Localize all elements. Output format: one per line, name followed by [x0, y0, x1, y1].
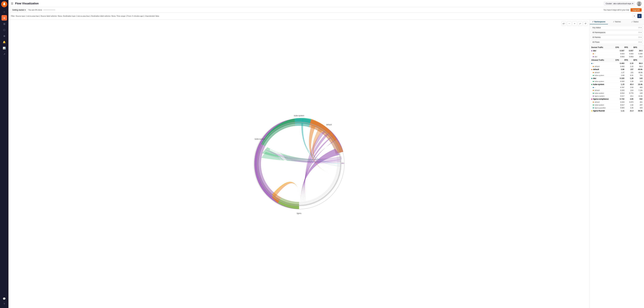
progress-bar-container: You are 0% done [28, 9, 56, 11]
sidebar-item-chat[interactable]: 💬 [2, 296, 7, 301]
filter-text: Filter: Source type: [ net,ns,wep,hep ],… [11, 15, 631, 17]
clear-icon[interactable]: ✕ [638, 31, 640, 33]
filter-close-button[interactable]: ✕ [637, 14, 642, 18]
allowed-kube-c2-label: kube-system [593, 80, 615, 82]
clear-icon[interactable]: ✕ [638, 26, 640, 29]
sidebar-item-flow[interactable]: ◈ [2, 15, 7, 20]
viz-toolbar: 🏷 − + ⤢ ↺ [562, 21, 588, 26]
sidebar-item-trends[interactable]: ↗ [2, 51, 7, 57]
denied-row-dash[interactable]: - 0.003 0.003 0.280 [590, 52, 644, 55]
allowed-row-default-c2[interactable]: default 1.27 231 48.8k [590, 71, 644, 74]
allowed-row-kube[interactable]: kube-system 1.15 40.4 18.4k [590, 83, 644, 86]
chevron-down-icon: ▾ [632, 2, 633, 5]
dot-icon [591, 110, 592, 111]
sidebar-item-stats[interactable]: 📊 [2, 45, 7, 51]
allowed-default-label: default [591, 68, 615, 70]
user-avatar[interactable] [637, 1, 642, 6]
main-content: ☰ Flow Visualization Cluster: aks-calico… [8, 0, 644, 308]
sidebar-item-network[interactable]: ⬡ [2, 27, 7, 33]
fit-button[interactable]: ⤢ [578, 21, 582, 26]
allowed-row-default-c4[interactable]: default 0.043 0.870 261 [590, 101, 644, 104]
allowed-row-kube-c1[interactable]: kube-system 2.69 6.31 761 [590, 74, 644, 77]
status-filter[interactable]: Any status ✕ ▾ [591, 26, 643, 29]
chevron-down-icon[interactable]: ▾ [640, 41, 642, 43]
upgrade-button[interactable]: Upgrade [630, 8, 642, 12]
sidebar-item-policy[interactable]: ⊞ [2, 21, 7, 26]
svg-point-3 [4, 4, 6, 5]
denied-row-dev[interactable]: dev 0.507 0.657 39.5 [590, 49, 644, 52]
tab-namespaces[interactable]: ✓ Namespaces [590, 19, 608, 24]
names-filter-actions: ✕ ▾ [638, 36, 642, 38]
allowed-row-default-c3[interactable]: default 0.333 13.6 7.13k [590, 89, 644, 92]
allowed-row-dash-c1[interactable]: - 0.787 2.93 482 [590, 86, 644, 89]
bps-header-allowed: BPS [634, 59, 642, 61]
menu-button[interactable]: ☰ [11, 2, 13, 5]
allowed-row-default-child1[interactable]: default 0.493 2.15 96.0 [590, 65, 644, 68]
progress-label: You are 0% done [28, 9, 42, 11]
allowed-row-kube-c3[interactable]: kube-system 0.010 0.770 120 [590, 92, 644, 95]
body-area: 🏷 − + ⤢ ↺ [8, 19, 644, 308]
allowed-tigera-compliance-label: tigera-compliance [591, 98, 615, 100]
allowed-row-kube-c4[interactable]: kube-system 0.617 1.52 247 [590, 104, 644, 106]
reset-button[interactable]: ↺ [583, 21, 588, 26]
allowed-row-kube-c2[interactable]: kube-system 0.320 1.28 143 [590, 80, 644, 83]
chevron-down-icon[interactable]: ▾ [640, 26, 642, 29]
allowed-row-dev[interactable]: dev 0.320 1.28 143 [590, 77, 644, 80]
getting-started-button[interactable]: Getting started ▾ [11, 8, 27, 11]
sidebar-item-alerts[interactable]: 🔔 [2, 39, 7, 45]
sidebar-item-endpoints[interactable]: ⊕ [2, 33, 7, 39]
denied-dash-bps: 0.280 [634, 53, 642, 55]
zoom-in-button[interactable]: + [572, 21, 577, 26]
allowed-traffic-label: Allowed Traffic [591, 59, 615, 61]
denied-row-dev-child[interactable]: dev 0.503 0.653 39.2 [590, 55, 644, 58]
app-logo[interactable] [1, 1, 7, 7]
namespace-filter-actions: ✕ ▾ [638, 31, 642, 33]
tab-names[interactable]: ✓ Names [608, 19, 626, 24]
clear-icon[interactable]: ✕ [638, 41, 640, 43]
allowed-default-cps: 3.96 [615, 68, 624, 70]
sidebar-item-help[interactable]: ? [2, 301, 7, 307]
names-filter[interactable]: All Names ✕ ▾ [591, 35, 643, 39]
chord-diagram-container[interactable]: kube-system default dev kube-system tige… [8, 19, 590, 308]
zoom-out-button[interactable]: − [567, 21, 572, 26]
allowed-dash-pps: 2.15 [624, 62, 634, 64]
tag-tool-button[interactable]: 🏷 [562, 21, 566, 26]
dot-icon [591, 99, 592, 100]
denied-dev-label: dev [591, 50, 615, 52]
allowed-row-tigera-guardian[interactable]: tigera-guardian 0.083 2.26 424 [590, 106, 644, 109]
allowed-row-tigera-fluentd[interactable]: tigera-fluentd 1.11 21.4 38.5k [590, 109, 644, 112]
tab-status[interactable]: ✓ Status [626, 19, 644, 24]
allowed-row-default[interactable]: default 3.96 237 49.6k [590, 68, 644, 71]
denied-dash-pps: 0.003 [624, 53, 634, 55]
status-filter-actions: ✕ ▾ [638, 26, 642, 29]
allowed-kube-c1-label: kube-system [593, 74, 615, 76]
svg-text:kube-system: kube-system [294, 115, 304, 117]
allowed-default-child1-pps: 2.15 [624, 65, 634, 67]
allowed-default-child1-bps: 96.0 [634, 65, 642, 67]
denied-dash-label: - [593, 53, 615, 55]
sidebar: ⌂ ◈ ⊞ ⬡ ⊕ 🔔 📊 ↗ 💬 ? [0, 0, 8, 308]
getting-started-label: Getting started [12, 9, 24, 11]
chevron-down-icon[interactable]: ▾ [640, 36, 642, 38]
sidebar-item-home[interactable]: ⌂ [2, 9, 7, 14]
chevron-down-icon[interactable]: ▾ [640, 31, 642, 33]
dot-icon [593, 107, 594, 108]
dot-icon [593, 93, 594, 94]
chord-diagram: kube-system default dev kube-system tige… [248, 112, 350, 215]
flows-filter[interactable]: All Flows ✕ ▾ [591, 40, 643, 44]
allowed-row-tigera-compliance[interactable]: tigera-compliance 0.743 4.65 932 [590, 97, 644, 101]
panel-filters: Any status ✕ ▾ All Namespaces ✕ ▾ All Na… [590, 24, 644, 45]
namespace-filter[interactable]: All Namespaces ✕ ▾ [591, 30, 643, 34]
allowed-row-tigera-sys[interactable]: tigera-system 0.017 23.1 10.6k [590, 95, 644, 97]
bps-header-denied: BPS [634, 46, 642, 48]
dot-icon [593, 96, 594, 97]
clear-icon[interactable]: ✕ [638, 36, 640, 38]
flows-filter-actions: ✕ ▾ [638, 41, 642, 43]
cluster-selector[interactable]: Cluster: aks-calicocloud-repo ▾ [604, 2, 635, 5]
filter-expand-button[interactable]: ▾ [632, 14, 636, 18]
allowed-default-child1-label: default [593, 65, 615, 67]
allowed-row-dash[interactable]: - 0.493 2.15 96.0 [590, 62, 644, 65]
dot-icon [593, 53, 594, 54]
status-filter-label: Any status [592, 26, 601, 29]
allowed-default-bps: 49.6k [634, 68, 642, 70]
